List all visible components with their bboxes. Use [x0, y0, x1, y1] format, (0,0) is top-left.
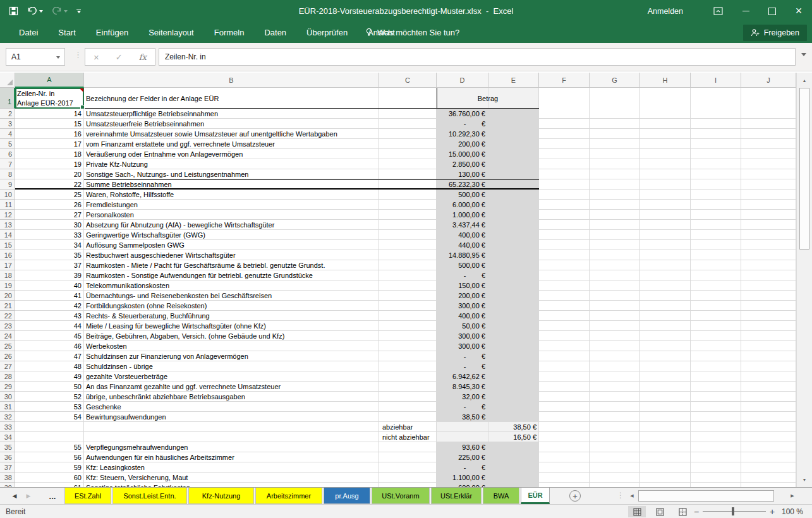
cell-a24[interactable]: 45: [15, 331, 82, 341]
cell-d4[interactable]: 10.292,30 €: [437, 129, 485, 139]
cell-b16[interactable]: Restbuchwert ausgeschiedener Wirtschafts…: [86, 250, 236, 260]
cell-a37[interactable]: 59: [15, 462, 82, 473]
cell-a30[interactable]: 52: [15, 392, 82, 402]
cell-d19[interactable]: 150,00 €: [437, 280, 485, 291]
cell-a27[interactable]: 48: [15, 361, 82, 371]
cell-d32[interactable]: 38,50 €: [437, 412, 485, 422]
row-header-18[interactable]: 18: [0, 270, 15, 280]
cell-a35[interactable]: 55: [15, 442, 82, 452]
row-header-38[interactable]: 38: [0, 473, 15, 483]
cell-d21[interactable]: 300,00 €: [437, 301, 485, 311]
row-header-1[interactable]: 1: [0, 88, 15, 109]
cell-b24[interactable]: Beiträge, Gebühren, Abgaben, Versich. (o…: [86, 331, 284, 341]
cell-a17[interactable]: 37: [15, 260, 82, 270]
cell-d14[interactable]: 400,00 €: [437, 230, 485, 240]
cell-a31[interactable]: 53: [15, 402, 82, 412]
cell-a25[interactable]: 46: [15, 341, 82, 351]
cell-b12[interactable]: Personalkosten: [86, 210, 134, 220]
row-header-11[interactable]: 11: [0, 200, 15, 210]
formula-input[interactable]: Zeilen-Nr. in: [159, 48, 796, 66]
sheet-tab-arbeitszimmer[interactable]: Arbeitszimmer: [255, 488, 322, 504]
maximize-button[interactable]: [763, 0, 782, 22]
cell-a2[interactable]: 14: [15, 109, 82, 119]
cell-b13[interactable]: Absetzung für Abnutzung (AfA) - beweglic…: [86, 220, 274, 230]
cell-a6[interactable]: 18: [15, 149, 82, 159]
cell-a18[interactable]: 39: [15, 270, 82, 280]
zoom-in-icon[interactable]: +: [770, 505, 775, 518]
page-break-preview-icon[interactable]: [674, 506, 691, 517]
cell-d17[interactable]: 500,00 €: [437, 260, 485, 270]
column-header-f[interactable]: F: [539, 73, 590, 88]
new-sheet-button[interactable]: +: [569, 490, 581, 502]
selection-border-a1[interactable]: [15, 88, 84, 109]
cell-b17[interactable]: Raumkosten - Miete / Pacht für Geschäfts…: [86, 260, 325, 270]
cell-a26[interactable]: 47: [15, 351, 82, 361]
menu-tab-daten[interactable]: Daten: [254, 22, 296, 43]
cell-b39[interactable]: Sonstige tatsächliche Fahrtkosten: [86, 483, 190, 487]
fill-handle[interactable]: [80, 105, 85, 109]
cell-b2[interactable]: Umsatzsteuerpflichtige Betriebseinnahmen: [86, 109, 218, 119]
zoom-slider-handle[interactable]: [732, 507, 734, 515]
cell-a29[interactable]: 50: [15, 382, 82, 392]
cell-c34[interactable]: nicht abziehbar: [382, 432, 430, 442]
cell-b4[interactable]: vereinnahmte Umsatzsteuer sowie Umsatzst…: [86, 129, 337, 139]
name-box[interactable]: A1: [6, 48, 65, 66]
sheet-tab-sonst-leist-entn-[interactable]: Sonst.Leist.Entn.: [112, 488, 187, 504]
cell-d28[interactable]: 6.942,62 €: [437, 371, 485, 382]
row-header-30[interactable]: 30: [0, 392, 15, 402]
cell-d29[interactable]: 8.945,30 €: [437, 382, 485, 392]
row-header-36[interactable]: 36: [0, 452, 15, 462]
row-header-28[interactable]: 28: [0, 371, 15, 382]
row-header-14[interactable]: 14: [0, 230, 15, 240]
column-header-a[interactable]: A: [15, 73, 84, 88]
cell-d8[interactable]: 130,00 €: [437, 169, 485, 179]
menu-tab-seitenlayout[interactable]: Seitenlayout: [138, 22, 204, 43]
cell-a10[interactable]: 25: [15, 190, 82, 200]
cell-a12[interactable]: 27: [15, 210, 82, 220]
cell-a16[interactable]: 35: [15, 250, 82, 260]
enter-icon[interactable]: ✓: [116, 52, 123, 62]
tab-scroll-right-icon[interactable]: ▶: [23, 488, 34, 504]
zoom-out-icon[interactable]: −: [694, 505, 699, 518]
cell-d31[interactable]: - €: [437, 402, 485, 412]
row-header-13[interactable]: 13: [0, 220, 15, 230]
cell-d16[interactable]: 14.880,95 €: [437, 250, 485, 260]
cell-a38[interactable]: 60: [15, 473, 82, 483]
row-header-6[interactable]: 6: [0, 149, 15, 159]
menu-tab-einfügen[interactable]: Einfügen: [86, 22, 138, 43]
cell-b8[interactable]: Sonstige Sach-, Nutzungs- und Leistungse…: [86, 169, 248, 179]
sheet-tab-eür[interactable]: EÜR: [521, 488, 550, 504]
tell-me-search[interactable]: Was möchten Sie tun?: [365, 22, 459, 43]
cell-e33[interactable]: 38,50 €: [488, 422, 536, 432]
cell-b21[interactable]: Fortbildungskosten (ohne Reisekosten): [86, 301, 207, 311]
column-header-c[interactable]: C: [379, 73, 437, 88]
column-header-j[interactable]: J: [741, 73, 796, 88]
row-header-4[interactable]: 4: [0, 129, 15, 139]
row-header-39[interactable]: 39: [0, 483, 15, 487]
cell-b3[interactable]: Umsatzsteuerfreie Betriebseinnahmen: [86, 119, 204, 129]
cell-b10[interactable]: Waren, Rohstoffe, Hilfsstoffe: [86, 190, 174, 200]
cell-d25[interactable]: 300,00 €: [437, 341, 485, 351]
cell-b15[interactable]: Auflösung Sammelposten GWG: [86, 240, 185, 250]
cancel-icon[interactable]: ×: [94, 52, 99, 63]
row-header-9[interactable]: 9: [0, 179, 15, 190]
sheet-tab-bwa[interactable]: BWA: [483, 488, 519, 504]
cell-b14[interactable]: Geringwertige Wirtschaftsgüter (GWG): [86, 230, 205, 240]
cell-d26[interactable]: - €: [437, 351, 485, 361]
menu-tab-formeln[interactable]: Formeln: [204, 22, 255, 43]
row-header-23[interactable]: 23: [0, 321, 15, 331]
cell-b30[interactable]: übrige, unbeschränkt abziehbare Betriebs…: [86, 392, 245, 402]
cell-d36[interactable]: 225,00 €: [437, 452, 485, 462]
row-header-33[interactable]: 33: [0, 422, 15, 432]
row-header-10[interactable]: 10: [0, 190, 15, 200]
cell-a15[interactable]: 34: [15, 240, 82, 250]
tab-scroll-left-icon[interactable]: ◀: [9, 488, 20, 504]
cell-b19[interactable]: Telekommunikationskosten: [86, 280, 169, 291]
cell-b25[interactable]: Werbekosten: [86, 341, 127, 351]
cell-b11[interactable]: Fremdleistungen: [86, 200, 138, 210]
normal-view-icon[interactable]: [628, 506, 646, 517]
cell-d22[interactable]: 400,00 €: [437, 311, 485, 321]
name-box-dropdown-icon[interactable]: [56, 56, 60, 59]
sign-in-link[interactable]: Anmelden: [648, 7, 683, 16]
row-header-31[interactable]: 31: [0, 402, 15, 412]
